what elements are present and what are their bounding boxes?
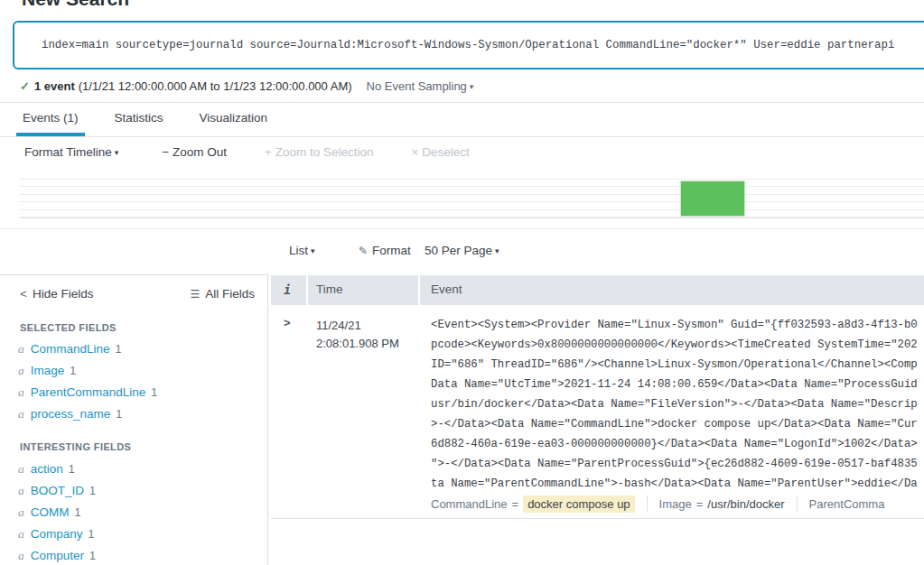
event-sampling-dropdown[interactable]: No Event Sampling▾ — [367, 79, 474, 93]
string-type-icon: a — [18, 385, 24, 399]
field-item-computer[interactable]: aComputer1 — [18, 545, 267, 565]
raw-line: ta Name="ParentCommandLine">-bash</Data>… — [431, 474, 924, 494]
string-type-icon: a — [18, 407, 24, 421]
raw-line: ID="686" ThreadID="686"/><Channel>Linux-… — [431, 355, 924, 375]
event-count: 1 event — [34, 79, 75, 93]
raw-line: ">-</Data><Data Name="ParentProcessGuid"… — [431, 454, 924, 474]
format-timeline-dropdown[interactable]: Format Timeline▾ — [24, 145, 118, 159]
field-separator — [647, 496, 648, 512]
results-toolbar: List▾ ✎Format 50 Per Page▾ — [0, 244, 924, 265]
per-page-dropdown[interactable]: 50 Per Page▾ — [425, 244, 499, 257]
splunk-search-page: New Search ✓ 1 event (1/1/21 12:00:00.00… — [0, 0, 924, 565]
event-timeline-chart[interactable] — [0, 179, 924, 218]
format-button[interactable]: ✎Format — [359, 244, 411, 257]
field-item-commandline[interactable]: aCommandLine1 — [18, 338, 267, 360]
interesting-fields-list: aaction1 aBOOT_ID1 aCOMM1 aCompany1 aCom… — [18, 458, 267, 565]
interesting-fields-header: INTERESTING FIELDS — [20, 441, 131, 452]
list-icon: ☰ — [190, 288, 200, 301]
field-value[interactable]: /usr/bin/docker — [707, 497, 784, 511]
event-column-header: Event — [431, 282, 462, 296]
event-field-image: Image = /usr/bin/docker — [659, 497, 785, 511]
event-field-summary: CommandLine = docker compose up Image = … — [431, 493, 924, 514]
string-type-icon: a — [18, 462, 24, 476]
field-item-boot-id[interactable]: aBOOT_ID1 — [18, 480, 267, 502]
list-view-dropdown[interactable]: List▾ — [289, 244, 315, 257]
deselect-button[interactable]: × Deselect — [411, 145, 469, 159]
search-bar — [13, 21, 924, 69]
raw-line: pcode><Keywords>0x8000000000000000</Keyw… — [431, 335, 924, 355]
event-timestamp: 11/24/21 2:08:01.908 PM — [316, 317, 417, 353]
string-type-icon: a — [18, 484, 24, 497]
event-date: 11/24/21 — [316, 317, 417, 335]
timeline-toolbar: Format Timeline▾ − Zoom Out + Zoom to Se… — [24, 145, 470, 159]
tab-visualization[interactable]: Visualization — [200, 103, 268, 136]
result-bar: ✓ 1 event (1/1/21 12:00:00.000 AM to 1/1… — [20, 79, 473, 93]
event-raw-text: <Event><System><Provider Name="Linux-Sys… — [431, 315, 924, 495]
chevron-left-icon: < — [20, 287, 27, 301]
divider — [0, 228, 924, 229]
caret-down-icon: ▾ — [115, 148, 119, 157]
raw-line: 6d882-460a-619e-ea03-000000000000}</Data… — [431, 434, 924, 454]
pencil-icon: ✎ — [359, 245, 368, 257]
fields-sidebar: <Hide Fields ☰All Fields SELECTED FIELDS… — [0, 274, 268, 565]
search-input[interactable] — [14, 23, 924, 68]
tab-events[interactable]: Events (1) — [23, 103, 79, 136]
tab-bar: Events (1) Statistics Visualization — [23, 103, 303, 136]
raw-line: Data Name="UtcTime">2021-11-24 14:08:00.… — [431, 375, 924, 394]
highlighted-field-value[interactable]: docker compose up — [523, 496, 634, 513]
event-time: 2:08:01.908 PM — [316, 335, 417, 353]
string-type-icon: a — [18, 342, 24, 356]
column-separator — [306, 275, 308, 305]
event-expand-toggle[interactable]: > — [284, 316, 291, 329]
time-column-header: Time — [316, 282, 343, 296]
timeline-gridlines — [20, 179, 924, 218]
caret-down-icon: ▾ — [495, 246, 499, 255]
time-range: (1/1/21 12:00:00.000 AM to 1/1/23 12:00:… — [79, 79, 352, 93]
info-column-header: i — [284, 282, 291, 297]
field-item-image[interactable]: aImage1 — [18, 360, 267, 382]
divider — [0, 136, 924, 137]
check-icon: ✓ — [20, 79, 30, 93]
event-field-commandline: CommandLine = docker compose up — [431, 496, 635, 513]
plus-icon: + — [265, 145, 272, 159]
raw-line: >-</Data><Data Name="CommandLine">docker… — [431, 414, 924, 434]
field-item-company[interactable]: aCompany1 — [18, 523, 267, 545]
field-separator — [797, 496, 798, 512]
field-item-action[interactable]: aaction1 — [18, 458, 267, 480]
string-type-icon: a — [18, 364, 24, 377]
string-type-icon: a — [18, 527, 24, 541]
zoom-out-button[interactable]: − Zoom Out — [162, 145, 227, 159]
field-item-process-name[interactable]: aprocess_name1 — [18, 403, 267, 425]
selected-fields-header: SELECTED FIELDS — [20, 322, 117, 333]
hide-fields-button[interactable]: <Hide Fields — [20, 287, 93, 301]
string-type-icon: a — [18, 505, 24, 519]
field-item-comm[interactable]: aCOMM1 — [18, 502, 267, 523]
events-table-header: i Time Event — [271, 275, 924, 305]
timeline-bar[interactable] — [680, 181, 745, 217]
page-title: New Search — [22, 0, 129, 10]
caret-down-icon: ▾ — [470, 82, 474, 91]
fields-sidebar-header: <Hide Fields ☰All Fields — [20, 287, 255, 301]
selected-fields-list: aCommandLine1 aImage1 aParentCommandLine… — [18, 338, 267, 425]
column-separator — [418, 275, 420, 305]
tab-statistics[interactable]: Statistics — [115, 103, 163, 136]
event-row-border — [271, 518, 924, 519]
field-item-parentcommandline[interactable]: aParentCommandLine1 — [18, 382, 267, 403]
all-fields-button[interactable]: ☰All Fields — [190, 287, 255, 301]
event-field-parentcommandline: ParentComma — [809, 497, 885, 511]
raw-line: <Event><System><Provider Name="Linux-Sys… — [431, 315, 924, 335]
string-type-icon: a — [18, 549, 24, 562]
x-icon: × — [411, 145, 418, 159]
caret-down-icon: ▾ — [311, 246, 315, 255]
raw-line: usr/bin/docker</Data><Data Name="FileVer… — [431, 394, 924, 414]
zoom-to-selection-button[interactable]: + Zoom to Selection — [265, 145, 373, 159]
minus-icon: − — [162, 145, 169, 159]
